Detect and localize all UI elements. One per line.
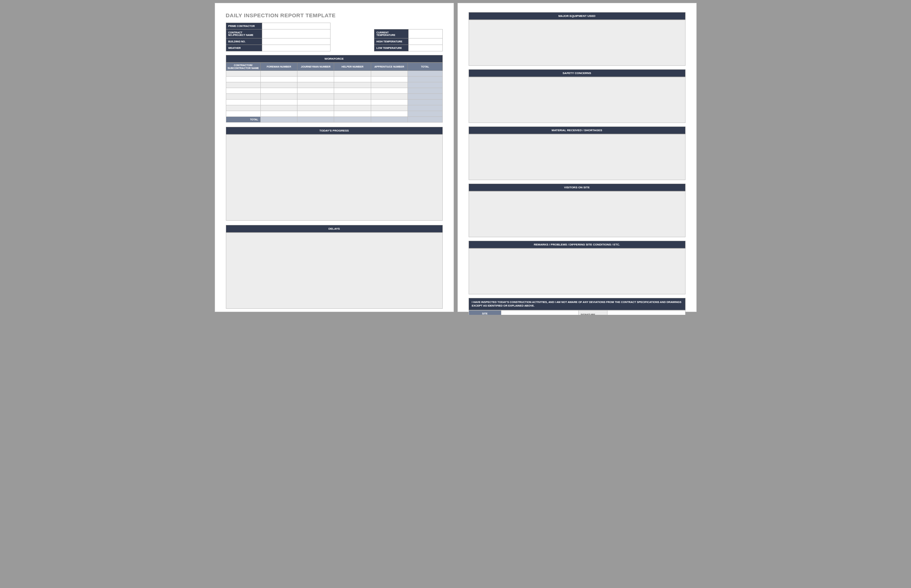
table-cell[interactable] [408, 94, 442, 100]
current-temp-label: CURRENT TEMPERATURE [374, 29, 408, 39]
table-cell[interactable] [261, 71, 297, 77]
table-cell[interactable] [371, 77, 408, 82]
table-cell[interactable] [261, 100, 297, 105]
visitors-header: VISITORS ON SITE [469, 184, 686, 191]
table-cell[interactable] [408, 77, 442, 82]
table-cell[interactable] [371, 71, 408, 77]
table-cell[interactable] [334, 88, 371, 94]
table-cell[interactable] [226, 100, 261, 105]
remarks-section: REMARKS / PROBLEMS / DIFFERING SITE COND… [469, 241, 686, 294]
table-cell[interactable] [298, 82, 334, 88]
building-no-field[interactable] [262, 39, 330, 45]
table-cell[interactable] [298, 105, 334, 111]
low-temp-field[interactable] [408, 45, 442, 52]
table-cell[interactable] [226, 94, 261, 100]
table-cell[interactable] [334, 100, 371, 105]
building-no-label: BUILDING NO. [226, 39, 262, 45]
table-cell[interactable] [334, 71, 371, 77]
remarks-header: REMARKS / PROBLEMS / DIFFERING SITE COND… [469, 241, 686, 248]
progress-section: TODAY'S PROGRESS [226, 127, 443, 221]
visitors-section: VISITORS ON SITE [469, 184, 686, 237]
table-cell[interactable] [298, 94, 334, 100]
site-super-field[interactable] [501, 310, 578, 315]
equipment-header: MAJOR EQUIPMENT USED [469, 12, 686, 20]
signature-label: SIGNATURE [578, 310, 607, 315]
table-cell[interactable] [408, 88, 442, 94]
table-cell[interactable] [371, 111, 408, 117]
table-cell[interactable] [371, 82, 408, 88]
weather-label: WEATHER [226, 45, 262, 52]
table-cell[interactable] [298, 111, 334, 117]
table-cell[interactable] [334, 94, 371, 100]
table-cell[interactable] [261, 77, 297, 82]
table-row [226, 100, 442, 105]
table-cell[interactable] [226, 77, 261, 82]
high-temp-field[interactable] [408, 39, 442, 45]
table-cell[interactable] [334, 105, 371, 111]
table-row [226, 88, 442, 94]
workforce-total-journeyman [298, 117, 334, 123]
high-temp-label: HIGH TEMPERATURE [374, 39, 408, 45]
table-row [226, 111, 442, 117]
delays-textarea[interactable] [226, 233, 443, 309]
table-cell[interactable] [261, 111, 297, 117]
table-cell[interactable] [371, 105, 408, 111]
progress-textarea[interactable] [226, 134, 443, 221]
material-textarea[interactable] [469, 134, 686, 180]
table-cell[interactable] [371, 94, 408, 100]
workforce-header: WORKFORCE [226, 55, 443, 63]
table-cell[interactable] [298, 71, 334, 77]
table-cell[interactable] [371, 100, 408, 105]
table-cell[interactable] [408, 100, 442, 105]
remarks-textarea[interactable] [469, 248, 686, 294]
workforce-table: CONTRACTOR/ SUBCONTRACTOR NAME FOREMAN N… [226, 63, 443, 123]
table-cell[interactable] [261, 88, 297, 94]
table-cell[interactable] [261, 94, 297, 100]
delays-header: DELAYS [226, 225, 443, 233]
table-cell[interactable] [261, 105, 297, 111]
page-1: DAILY INSPECTION REPORT TEMPLATE PRIME C… [215, 3, 454, 312]
workforce-total-label: TOTAL [226, 117, 261, 123]
site-super-label: SITE SUPERINTENDANT [469, 310, 501, 315]
table-cell[interactable] [226, 88, 261, 94]
document-title: DAILY INSPECTION REPORT TEMPLATE [226, 12, 443, 18]
prime-contractor-field[interactable] [262, 23, 330, 29]
table-cell[interactable] [408, 105, 442, 111]
current-temp-field[interactable] [408, 29, 442, 39]
table-cell[interactable] [334, 82, 371, 88]
table-cell[interactable] [334, 111, 371, 117]
table-cell[interactable] [226, 71, 261, 77]
workforce-total-helper [334, 117, 371, 123]
col-helper: HELPER NUMBER [334, 63, 371, 71]
weather-field[interactable] [262, 45, 330, 52]
page-2: MAJOR EQUIPMENT USED SAFETY CONCERNS MAT… [458, 3, 697, 312]
table-cell[interactable] [298, 77, 334, 82]
progress-header: TODAY'S PROGRESS [226, 127, 443, 134]
table-cell[interactable] [408, 82, 442, 88]
table-row [226, 77, 442, 82]
temperature-table: CURRENT TEMPERATURE HIGH TEMPERATURE LOW… [374, 29, 443, 52]
table-cell[interactable] [226, 111, 261, 117]
equipment-textarea[interactable] [469, 20, 686, 66]
table-cell[interactable] [226, 105, 261, 111]
material-header: MATERIAL RECEIVED / SHORTAGES [469, 126, 686, 134]
equipment-section: MAJOR EQUIPMENT USED [469, 12, 686, 66]
visitors-textarea[interactable] [469, 191, 686, 237]
prime-contractor-label: PRIME CONTRACTOR [226, 23, 262, 29]
col-contractor: CONTRACTOR/ SUBCONTRACTOR NAME [226, 63, 261, 71]
table-cell[interactable] [334, 77, 371, 82]
table-cell[interactable] [298, 88, 334, 94]
signature-field[interactable] [607, 310, 685, 315]
contract-no-field[interactable] [262, 29, 330, 39]
table-cell[interactable] [371, 88, 408, 94]
table-row [226, 71, 442, 77]
table-cell[interactable] [226, 82, 261, 88]
safety-textarea[interactable] [469, 77, 686, 123]
table-row [226, 94, 442, 100]
delays-section: DELAYS [226, 225, 443, 309]
col-foreman: FOREMAN NUMBER [261, 63, 297, 71]
table-cell[interactable] [408, 111, 442, 117]
table-cell[interactable] [261, 82, 297, 88]
table-cell[interactable] [298, 100, 334, 105]
table-cell[interactable] [408, 71, 442, 77]
